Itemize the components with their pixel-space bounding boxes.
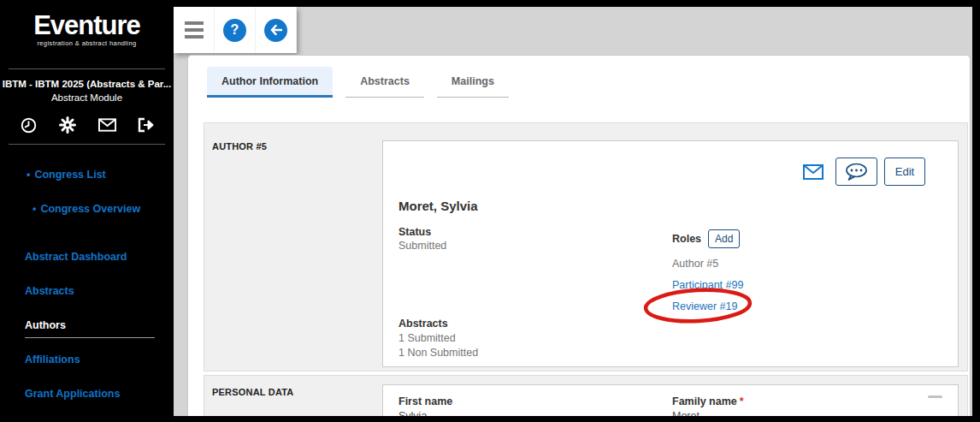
author-section-label: AUTHOR #5 bbox=[212, 141, 267, 152]
role-author: Author #5 bbox=[672, 258, 718, 270]
author-name: Moret, Sylvia bbox=[398, 199, 478, 213]
mail-icon[interactable] bbox=[97, 116, 116, 134]
abstracts-non-submitted: 1 Non Submitted bbox=[398, 347, 478, 360]
history-clock-icon[interactable] bbox=[19, 116, 38, 134]
speech-bubble-icon bbox=[845, 163, 868, 181]
role-reviewer-link[interactable]: Reviewer #19 bbox=[672, 300, 737, 312]
help-button[interactable]: ? bbox=[215, 7, 256, 53]
menu-button[interactable] bbox=[174, 7, 215, 53]
roles-label: Roles bbox=[672, 233, 701, 245]
status-label: Status bbox=[398, 226, 446, 238]
sidebar-icon-bar bbox=[19, 116, 156, 134]
bullet: • bbox=[27, 169, 30, 181]
sidebar-item-label: Congress Overview bbox=[40, 203, 140, 215]
tab-mailings[interactable]: Mailings bbox=[437, 67, 509, 98]
add-role-button[interactable]: Add bbox=[708, 229, 740, 248]
back-button[interactable] bbox=[256, 7, 297, 53]
sidebar: Eventure registration & abstract handlin… bbox=[0, 0, 174, 422]
envelope-icon bbox=[803, 164, 824, 180]
tab-author-information[interactable]: Author Information bbox=[207, 67, 333, 98]
collapse-icon[interactable] bbox=[928, 395, 942, 398]
active-item-underline bbox=[25, 337, 155, 338]
family-name-label: Family name* bbox=[672, 395, 744, 407]
roles-header: Roles Add bbox=[672, 229, 740, 248]
hamburger-icon bbox=[185, 21, 204, 39]
personal-section-label: PERSONAL DATA bbox=[212, 387, 294, 397]
sidebar-item-authors[interactable]: Authors bbox=[25, 319, 66, 331]
tab-bar: Author Information Abstracts Mailings bbox=[207, 67, 509, 98]
first-name-label: First name bbox=[398, 395, 452, 407]
tab-abstracts[interactable]: Abstracts bbox=[345, 67, 424, 98]
logo-title: Eventure bbox=[0, 12, 174, 39]
family-name-value: Moret bbox=[672, 410, 744, 416]
bullet: • bbox=[32, 203, 36, 215]
sidebar-divider bbox=[9, 68, 165, 69]
top-toolbar: ? bbox=[174, 7, 297, 53]
sidebar-item-label: Congress List bbox=[34, 169, 105, 181]
back-arrow-icon bbox=[264, 19, 287, 42]
abstracts-label: Abstracts bbox=[398, 318, 478, 330]
comment-button[interactable] bbox=[835, 158, 877, 186]
required-asterisk: * bbox=[740, 395, 744, 407]
main-area: ? Author Information Abstracts Mailings … bbox=[174, 7, 972, 416]
first-name-value: Sylvia bbox=[398, 410, 452, 416]
sidebar-item-abstract-dashboard[interactable]: Abstract Dashboard bbox=[25, 251, 127, 263]
content-panel: Author Information Abstracts Mailings AU… bbox=[187, 55, 971, 416]
sidebar-divider bbox=[9, 144, 165, 145]
first-name-field: First name Sylvia bbox=[398, 395, 452, 416]
edit-button[interactable]: Edit bbox=[884, 158, 925, 186]
abstracts-submitted: 1 Submitted bbox=[398, 332, 478, 345]
congress-title: IBTM - IBTM 2025 (Abstracts & Par... bbox=[0, 79, 174, 89]
eventure-logo: Eventure registration & abstract handlin… bbox=[0, 12, 174, 47]
help-icon: ? bbox=[223, 19, 246, 42]
abstracts-block: Abstracts 1 Submitted 1 Non Submitted bbox=[398, 316, 478, 360]
module-title: Abstract Module bbox=[0, 92, 174, 103]
sidebar-item-congress-overview[interactable]: •Congress Overview bbox=[32, 203, 140, 215]
personal-data-card: First name Sylvia Family name* Moret bbox=[382, 384, 959, 416]
send-mail-button[interactable] bbox=[800, 158, 826, 186]
status-value: Submitted bbox=[398, 240, 446, 252]
author-section: AUTHOR #5 Edit Moret, Sylvia Status Subm… bbox=[204, 122, 968, 371]
sidebar-item-affiliations[interactable]: Affiliations bbox=[25, 354, 80, 366]
author-card-actions: Edit bbox=[800, 158, 925, 186]
logo-subtitle: registration & abstract handling bbox=[0, 39, 174, 47]
sidebar-item-abstracts[interactable]: Abstracts bbox=[25, 285, 74, 297]
family-name-field: Family name* Moret bbox=[672, 395, 744, 416]
author-card: Edit Moret, Sylvia Status Submitted Role… bbox=[382, 140, 959, 367]
gear-icon[interactable] bbox=[58, 116, 77, 134]
role-participant-link[interactable]: Participant #99 bbox=[672, 279, 743, 291]
personal-data-section: PERSONAL DATA First name Sylvia Family n… bbox=[204, 375, 968, 416]
sidebar-item-congress-list[interactable]: •Congress List bbox=[27, 169, 106, 181]
sign-out-icon[interactable] bbox=[137, 116, 156, 134]
sidebar-item-grant-applications[interactable]: Grant Applications bbox=[25, 388, 120, 400]
status-block: Status Submitted bbox=[398, 226, 446, 252]
